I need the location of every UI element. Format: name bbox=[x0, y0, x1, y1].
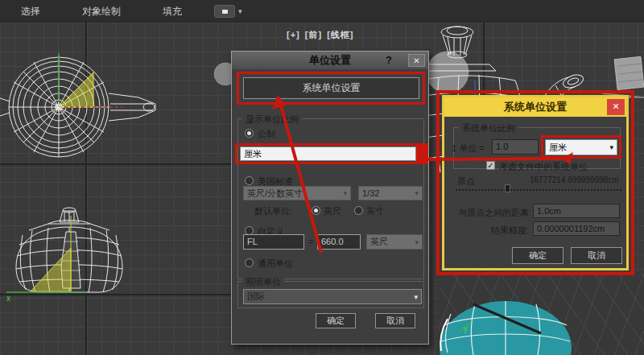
origin-slider-track[interactable] bbox=[456, 189, 621, 191]
distance-field[interactable]: 1.0cm bbox=[533, 204, 620, 218]
distance-label: 与原点之间的距离: bbox=[458, 207, 531, 219]
custom-name-field[interactable]: FL bbox=[243, 234, 304, 250]
units-ok-button[interactable]: 确定 bbox=[316, 313, 356, 328]
units-dialog-titlebar[interactable]: 单位设置 bbox=[232, 52, 428, 69]
lighting-unit-dropdown[interactable]: 国际 ▾ bbox=[243, 289, 422, 304]
equals-sign: = bbox=[308, 237, 313, 246]
units-cancel-button[interactable]: 取消 bbox=[375, 313, 415, 328]
system-unit-value: 厘米 bbox=[549, 142, 567, 154]
origin-value: 16777214.999999998cm bbox=[530, 175, 619, 184]
chevron-down-icon: ▾ bbox=[415, 238, 419, 246]
system-cancel-button[interactable]: 取消 bbox=[571, 247, 622, 264]
custom-unit-dropdown[interactable]: 英尺 ▾ bbox=[366, 234, 423, 250]
chevron-down-icon: ▾ bbox=[414, 293, 418, 301]
feet-label: 英尺 bbox=[324, 205, 341, 217]
generic-units-radio[interactable] bbox=[245, 258, 254, 267]
origin-label: 原点 bbox=[457, 175, 475, 188]
tab-populate[interactable]: 填充 bbox=[142, 0, 203, 23]
metric-radio[interactable] bbox=[245, 129, 254, 138]
help-icon[interactable]: ? bbox=[383, 54, 394, 66]
system-unit-scale-label: 系统单位比例 bbox=[459, 122, 518, 134]
persp-axis-label: y bbox=[464, 324, 468, 333]
display-unit-scale-label: 显示单位比例 bbox=[242, 114, 302, 126]
generic-units-label: 通用单位 bbox=[258, 258, 293, 270]
annotation-marker-square bbox=[416, 146, 428, 162]
inches-label: 英寸 bbox=[366, 205, 384, 217]
metric-unit-dropdown[interactable]: 厘米 bbox=[240, 147, 416, 161]
custom-value-field[interactable]: 660.0 bbox=[317, 234, 361, 250]
lighting-units-label: 照明单位 bbox=[242, 276, 284, 288]
tab-object-paint[interactable]: 对象绘制 bbox=[61, 0, 142, 23]
us-standard-radio[interactable] bbox=[245, 176, 254, 185]
tab-select[interactable]: 选择 bbox=[0, 0, 61, 23]
paint-flyout-icon[interactable] bbox=[214, 5, 235, 18]
accuracy-field[interactable]: 0.0000001192cm bbox=[533, 221, 620, 236]
origin-slider-handle[interactable] bbox=[505, 184, 510, 192]
system-unit-dropdown[interactable]: 厘米 ▾ bbox=[545, 139, 617, 155]
us-unit-value: 英尺/分数英寸 bbox=[247, 188, 303, 200]
lighting-unit-value: 国际 bbox=[247, 291, 265, 303]
chevron-down-icon: ▾ bbox=[343, 189, 347, 197]
close-icon[interactable]: ✕ bbox=[607, 99, 625, 115]
respect-units-label: 考虑文件中的系统单位 bbox=[499, 161, 588, 173]
us-unit-dropdown[interactable]: 英尺/分数英寸 ▾ bbox=[243, 186, 351, 200]
us-fraction-dropdown[interactable]: 1/32 ▾ bbox=[358, 186, 423, 200]
flyout-chevron-icon[interactable]: ▾ bbox=[238, 7, 242, 15]
teapot-top-view[interactable] bbox=[0, 53, 155, 157]
system-unit-setup-dialog: 系统单位设置 ✕ 系统单位比例 1 单位 = 1.0 厘米 ▾ ✓ 考虑文件中的… bbox=[442, 95, 629, 270]
paint-flyout-glyph bbox=[222, 10, 228, 14]
us-fraction-value: 1/32 bbox=[362, 188, 379, 198]
close-icon[interactable]: ✕ bbox=[408, 54, 425, 67]
check-icon: ✓ bbox=[487, 161, 493, 170]
chevron-down-icon: ▾ bbox=[609, 143, 613, 151]
metric-label: 公制 bbox=[258, 128, 275, 140]
units-setup-dialog: 单位设置 ? ✕ 系统单位设置 显示单位比例 公制 厘米 美国标准 英尺/分数英… bbox=[231, 51, 429, 345]
respect-units-checkbox[interactable]: ✓ bbox=[486, 161, 495, 170]
chevron-down-icon: ▾ bbox=[415, 189, 419, 197]
ribbon-toolbar: 选择 对象绘制 填充 ▾ bbox=[0, 0, 644, 23]
system-unit-setup-button[interactable]: 系统单位设置 bbox=[243, 77, 419, 99]
system-dialog-titlebar[interactable]: 系统单位设置 bbox=[444, 97, 626, 117]
3dsmax-window: 选择 对象绘制 填充 ▾ [+] [前] [线框] bbox=[0, 0, 644, 355]
feet-radio[interactable] bbox=[312, 206, 320, 215]
custom-unit-value: 英尺 bbox=[370, 236, 388, 248]
inches-radio[interactable] bbox=[354, 206, 363, 215]
metric-unit-value: 厘米 bbox=[244, 148, 262, 160]
unit-value-field[interactable]: 1.0 bbox=[492, 139, 539, 155]
teapot-perspective-teal[interactable]: y bbox=[440, 301, 572, 355]
one-unit-label: 1 单位 = bbox=[452, 142, 485, 155]
default-units-label: 默认单位: bbox=[254, 205, 292, 217]
teapot-front-view[interactable]: x bbox=[6, 208, 122, 303]
accuracy-label: 结果精度: bbox=[491, 225, 529, 237]
system-ok-button[interactable]: 确定 bbox=[512, 247, 564, 264]
front-axis-label: x bbox=[6, 294, 10, 303]
